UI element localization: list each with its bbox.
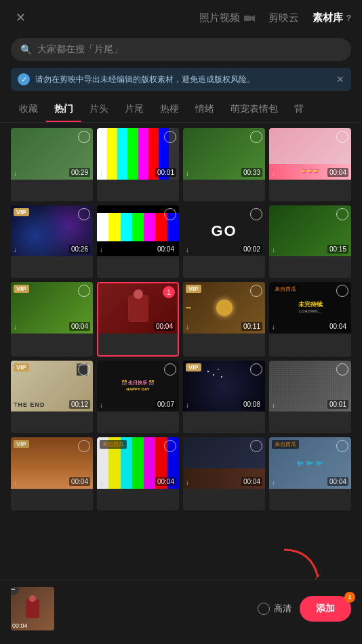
grid-item-15[interactable]: ↓ 00:08 VIP	[183, 361, 265, 434]
select-circle-13[interactable]	[78, 363, 90, 376]
duration-13: 00:12	[69, 400, 90, 409]
select-circle-1[interactable]	[78, 131, 90, 143]
grid-item-8[interactable]: ↓ 00:15	[269, 205, 351, 279]
grid-item-11[interactable]: ↓ 00:11 VIP	[183, 282, 265, 356]
category-tabs: 收藏 热门 片头 片尾 热梗 情绪 萌宠表情包 背	[0, 98, 362, 123]
grid-item-4[interactable]: 💝💝💝 ↓ 00:04	[269, 128, 351, 201]
cat-tab-hot[interactable]: 热门	[46, 98, 81, 122]
select-circle-8[interactable]	[336, 208, 348, 220]
tab-materials[interactable]: 素材库 ?	[313, 12, 351, 24]
download-icon-15: ↓	[186, 401, 189, 409]
cat-tab-bg[interactable]: 背	[286, 98, 312, 122]
grid-item-12[interactable]: 未完待续 LOADING... 来自西瓜 ↓ 00:04	[269, 282, 351, 356]
duration-2: 00:01	[155, 168, 176, 177]
grid-item-3[interactable]: ↓ 00:33	[183, 128, 265, 201]
vip-badge-15: VIP	[186, 363, 201, 371]
cat-tab-outro[interactable]: 片尾	[117, 98, 152, 122]
grid-item-1[interactable]: ↓ 00:29	[11, 128, 93, 201]
cat-tab-collect[interactable]: 收藏	[11, 98, 46, 122]
duration-20: 00:04	[327, 477, 348, 486]
cat-tab-intro[interactable]: 片头	[81, 98, 117, 122]
download-icon-19: ↓	[186, 479, 189, 486]
bottom-right-actions: 高清 添加 1	[258, 596, 351, 622]
grid-item-16[interactable]: ↓ 00:01	[269, 361, 351, 434]
notice-close-button[interactable]: ✕	[336, 74, 344, 85]
vip-badge-5: VIP	[14, 208, 29, 216]
header-tabs: 照片视频 剪映云 素材库 ?	[199, 12, 351, 24]
duration-12: 00:04	[327, 322, 348, 331]
select-circle-7[interactable]	[250, 208, 262, 220]
grid-item-13[interactable]: THE END ↓ 00:12 VIP	[11, 361, 93, 434]
close-button[interactable]: ✕	[11, 8, 30, 27]
select-circle-4[interactable]	[336, 131, 348, 143]
download-icon-12: ↓	[272, 323, 275, 331]
add-badge: 1	[344, 592, 355, 603]
tab-photos[interactable]: 照片视频	[199, 12, 255, 24]
svg-marker-1	[251, 15, 255, 22]
grid-item-7[interactable]: GO ↓ 00:02	[183, 205, 265, 279]
cat-tab-meme[interactable]: 热梗	[152, 98, 187, 122]
selected-clips: 00:04 −	[11, 587, 54, 630]
grid-item-5[interactable]: ↓ 00:26 VIP	[11, 205, 93, 279]
search-icon: 🔍	[20, 44, 32, 55]
grid-item-9[interactable]: ↓ 00:04 VIP	[11, 282, 93, 356]
duration-9: 00:04	[69, 322, 90, 331]
select-circle-3[interactable]	[250, 131, 262, 143]
select-circle-16[interactable]	[336, 363, 348, 376]
grid-item-2[interactable]: ↓ 00:01	[97, 128, 179, 201]
duration-14: 00:07	[155, 400, 176, 409]
svg-rect-0	[244, 16, 251, 21]
add-button[interactable]: 添加 1	[300, 596, 351, 622]
select-circle-6[interactable]	[164, 208, 176, 220]
cat-tab-pet[interactable]: 萌宠表情包	[222, 98, 286, 122]
download-icon-3: ↓	[186, 169, 189, 177]
media-grid: ↓ 00:29 ↓ 00:01 ↓ 00:33	[0, 123, 362, 516]
duration-19: 00:04	[241, 477, 262, 486]
notice-check-icon: ✓	[18, 73, 30, 85]
duration-4: 00:04	[327, 168, 348, 177]
from-xigua-20: 来自西瓜	[272, 440, 299, 449]
grid-item-14[interactable]: 🎊 生日快乐 🎊 HAPPY DAY ↓ 00:07	[97, 361, 179, 434]
grid-item-18[interactable]: 来自西瓜 ↓ 00:04	[97, 437, 179, 510]
grid-item-17[interactable]: ↓ 00:04 VIP	[11, 437, 93, 510]
vip-badge-9: VIP	[14, 285, 29, 293]
hd-label: 高清	[274, 603, 291, 615]
select-circle-5[interactable]	[78, 208, 90, 220]
duration-17: 00:04	[69, 477, 90, 486]
duration-5: 00:26	[69, 245, 90, 254]
download-icon-18: ↓	[100, 479, 103, 486]
duration-15: 00:08	[241, 400, 262, 409]
download-icon-4: ↓	[272, 169, 275, 177]
from-xigua-18: 来自西瓜	[100, 440, 127, 449]
search-bar[interactable]: 🔍 大家都在搜「片尾」	[11, 38, 351, 61]
duration-1: 00:29	[69, 168, 90, 177]
bottom-bar: 00:04 − 高清 添加 1	[0, 580, 362, 644]
select-circle-15[interactable]	[250, 363, 262, 376]
download-icon-17: ↓	[14, 479, 17, 486]
download-icon-11: ↓	[186, 323, 189, 331]
hd-option[interactable]: 高清	[258, 603, 291, 615]
tab-cloud[interactable]: 剪映云	[268, 12, 299, 24]
vip-badge-11: VIP	[186, 285, 201, 293]
download-icon-2: ↓	[100, 169, 103, 177]
duration-10: 00:04	[154, 322, 175, 331]
grid-item-6[interactable]: ↓ 00:04	[97, 205, 179, 279]
download-icon-20: ↓	[272, 479, 275, 486]
photos-icon	[244, 14, 255, 22]
hd-radio[interactable]	[258, 603, 270, 615]
select-circle-2[interactable]	[164, 131, 176, 143]
notice-bar: ✓ 请勿在剪映中导出未经编辑的版权素材，避免造成版权风险。 ✕	[11, 68, 351, 91]
selected-thumbnail: 00:04 −	[11, 587, 54, 630]
selected-duration: 00:04	[12, 622, 28, 629]
download-icon-9: ↓	[14, 323, 17, 331]
grid-item-19[interactable]: ↓ 00:04	[183, 437, 265, 510]
download-icon-14: ↓	[100, 401, 103, 409]
select-circle-14[interactable]	[164, 363, 176, 376]
search-placeholder: 大家都在搜「片尾」	[37, 43, 123, 56]
grid-item-10[interactable]: 00:04 1	[97, 282, 179, 356]
grid-item-20[interactable]: 🐦🐦🐦 来自西瓜 ↓ 00:04	[269, 437, 351, 510]
duration-7: 00:02	[241, 245, 262, 254]
cat-tab-mood[interactable]: 情绪	[187, 98, 222, 122]
vip-inner-11	[186, 307, 191, 308]
vip-badge-17: VIP	[14, 440, 29, 448]
